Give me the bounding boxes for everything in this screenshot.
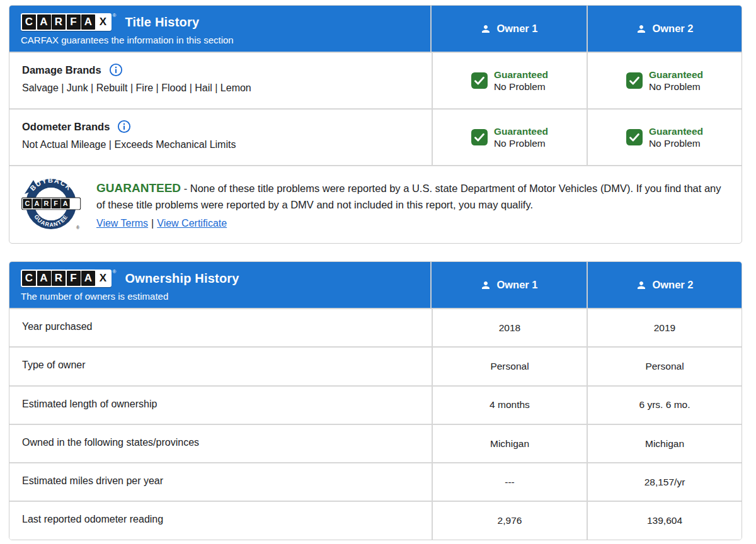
row-label: Type of owner (9, 348, 432, 385)
info-icon[interactable] (117, 120, 131, 133)
row-label: Owned in the following states/provinces (9, 425, 432, 462)
table-row-type-of-owner: Type of owner Personal Personal (9, 346, 742, 385)
guarantee-paragraph: GUARANTEED - None of these title problem… (96, 175, 730, 232)
carfax-logo: C A R F A X ® (21, 13, 116, 31)
carfax-logo-small: C A R F A X (22, 198, 80, 209)
column-header-owner-1: Owner 1 (432, 6, 587, 52)
row-label: Damage Brands (22, 64, 101, 76)
row-label: Estimated miles driven per year (9, 463, 432, 501)
table-row-length-of-ownership: Estimated length of ownership 4 months 6… (9, 385, 742, 424)
table-row-odometer-brands: Odometer Brands Not Actual Mileage | Exc… (9, 108, 742, 165)
table-row-last-odometer-reading: Last reported odometer reading 2,976 139… (9, 501, 742, 539)
status-guaranteed: Guaranteed (494, 69, 548, 81)
guarantee-links: View Terms|View Certificate (96, 216, 730, 232)
carfax-logo-letter: A (81, 14, 95, 30)
carfax-report-page: C A R F A X ® Title History CARFAX guara… (0, 0, 756, 540)
status-guaranteed: Guaranteed (494, 126, 548, 137)
damage-brands-owner-1-cell: Guaranteed No Problem (432, 53, 587, 108)
section-title: Ownership History (125, 271, 239, 286)
status-detail: No Problem (649, 81, 703, 93)
row-label: Estimated length of ownership (9, 387, 432, 424)
owner-1-value: Personal (432, 348, 587, 385)
owner-1-value: 2,976 (432, 502, 587, 539)
view-certificate-link[interactable]: View Certificate (157, 218, 227, 229)
row-sublabel: Salvage | Junk | Rebuilt | Fire | Flood … (22, 82, 419, 94)
view-terms-link[interactable]: View Terms (96, 218, 148, 229)
carfax-logo-letter: A (37, 14, 51, 30)
status-detail: No Problem (649, 138, 703, 149)
column-header-label: Owner 2 (652, 23, 693, 35)
odometer-brands-owner-2-cell: Guaranteed No Problem (587, 110, 742, 165)
checkbox-checked-icon (626, 72, 643, 89)
registered-mark: ® (113, 13, 117, 18)
column-header-label: Owner 1 (496, 279, 537, 291)
carfax-logo-letter: F (51, 199, 60, 208)
guarantee-heading: GUARANTEED (96, 181, 181, 195)
title-history-header-main: C A R F A X ® Title History CARFAX guara… (9, 6, 432, 52)
owner-1-value: Michigan (432, 425, 587, 462)
guarantee-body-text: - None of these title problems were repo… (96, 183, 721, 210)
person-icon (480, 23, 491, 35)
checkbox-checked-icon (471, 72, 488, 89)
owner-2-value: 6 yrs. 6 mo. (587, 387, 742, 424)
carfax-logo: C A R F A X ® (21, 269, 116, 287)
buyback-guarantee-row: BUYBACK GUARANTEE ® C A R F A X (9, 165, 742, 243)
carfax-logo-letter: R (42, 199, 50, 208)
column-header-owner-2: Owner 2 (587, 262, 742, 308)
column-header-owner-1: Owner 1 (432, 262, 587, 308)
checkbox-checked-icon (471, 129, 488, 145)
owner-2-value: 139,604 (587, 502, 742, 539)
buyback-guarantee-seal: BUYBACK GUARANTEE ® C A R F A X (20, 175, 83, 233)
status-detail: No Problem (494, 138, 548, 149)
person-icon (636, 280, 647, 291)
carfax-logo-letter: C (22, 14, 36, 30)
registered-mark: ® (113, 269, 117, 275)
status-guaranteed: Guaranteed (649, 126, 703, 137)
damage-brands-owner-2-cell: Guaranteed No Problem (587, 53, 742, 108)
owner-2-value: 28,157/yr (587, 463, 742, 501)
odometer-brands-label-cell: Odometer Brands Not Actual Mileage | Exc… (9, 110, 432, 165)
carfax-logo-letter: A (32, 199, 41, 208)
row-label: Odometer Brands (22, 121, 110, 133)
section-title: Title History (125, 15, 199, 30)
row-label: Year purchased (9, 309, 432, 346)
registered-mark: ® (76, 225, 80, 230)
carfax-logo-letter-x: X (71, 199, 79, 208)
table-row-miles-per-year: Estimated miles driven per year --- 28,1… (9, 462, 742, 501)
ownership-history-header: C A R F A X ® Ownership History The numb… (9, 262, 742, 308)
info-icon[interactable] (109, 63, 123, 77)
owner-2-value: Personal (587, 348, 742, 385)
ownership-history-header-main: C A R F A X ® Ownership History The numb… (9, 262, 432, 308)
table-row-damage-brands: Damage Brands Salvage | Junk | Rebuilt |… (9, 52, 742, 108)
column-header-owner-2: Owner 2 (587, 6, 742, 52)
carfax-logo-letter: A (37, 271, 51, 286)
carfax-logo-letter: R (52, 14, 66, 30)
carfax-logo-letter-x: X (96, 271, 110, 286)
ownership-history-section: C A R F A X ® Ownership History The numb… (9, 261, 742, 540)
section-subtitle: CARFAX guarantees the information in thi… (21, 35, 419, 45)
checkbox-checked-icon (626, 129, 643, 145)
column-header-label: Owner 1 (496, 23, 537, 35)
owner-1-value: --- (432, 463, 587, 501)
person-icon (636, 23, 647, 35)
damage-brands-label-cell: Damage Brands Salvage | Junk | Rebuilt |… (9, 53, 432, 108)
status-detail: No Problem (494, 81, 548, 93)
carfax-logo-letter: R (52, 271, 66, 286)
title-history-header: C A R F A X ® Title History CARFAX guara… (9, 6, 742, 52)
table-row-states-provinces: Owned in the following states/provinces … (9, 424, 742, 462)
carfax-logo-letter: A (81, 271, 95, 286)
section-subtitle: The number of owners is estimated (21, 291, 419, 302)
owner-2-value: 2019 (587, 309, 742, 346)
title-history-section: C A R F A X ® Title History CARFAX guara… (9, 5, 742, 244)
owner-1-value: 2018 (432, 309, 587, 346)
carfax-logo-letter: F (67, 14, 81, 30)
owner-2-value: Michigan (587, 425, 742, 462)
carfax-logo-letter: C (22, 271, 36, 286)
carfax-logo-letter: C (23, 199, 32, 208)
column-header-label: Owner 2 (652, 279, 693, 291)
row-sublabel: Not Actual Mileage | Exceeds Mechanical … (22, 139, 419, 150)
row-label: Last reported odometer reading (9, 502, 432, 539)
odometer-brands-owner-1-cell: Guaranteed No Problem (432, 110, 587, 165)
link-separator: | (151, 218, 154, 229)
person-icon (480, 280, 491, 291)
